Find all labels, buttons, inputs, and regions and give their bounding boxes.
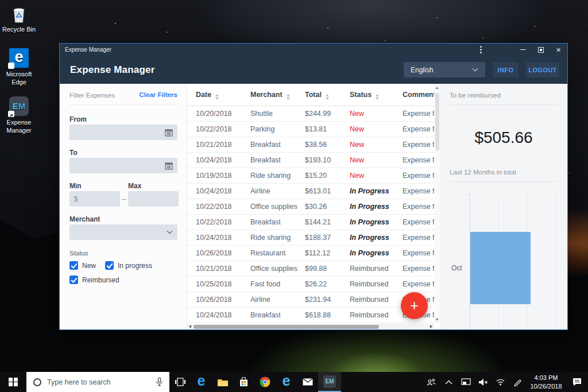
sort-icon[interactable] [376,94,379,100]
table-row[interactable]: 10/24/2018Airline$613.01In ProgressExpen… [187,184,434,199]
vertical-scrollbar-thumb[interactable] [435,93,439,150]
add-expense-button[interactable]: + [401,292,428,319]
table-row[interactable]: 10/24/2018Breakfast$618.88ReimbursedExpe… [187,308,434,323]
table-row[interactable]: 10/26/2018Airline$231.94ReimbursedExpens… [187,292,434,308]
close-button[interactable]: × [550,44,567,56]
expense-manager-taskbar-button[interactable]: EM [318,372,341,392]
show-hidden-icons-button[interactable] [440,372,457,392]
people-button[interactable] [423,372,440,392]
vertical-scrollbar[interactable] [434,84,440,324]
file-explorer-button[interactable] [212,372,233,392]
table-row[interactable]: 10/25/2018Fast food$26.22ReimbursedExpen… [187,277,434,292]
expense-manager-icon: EM [323,375,336,388]
table-row[interactable]: 10/26/2018Restaurant$112.12In ProgressEx… [187,246,434,261]
network-button[interactable] [492,372,509,392]
cell-date: 10/25/2018 [196,277,247,292]
cell-merchant: Ride sharing [250,168,303,183]
horizontal-scrollbar-thumb[interactable] [194,325,379,329]
sort-icon[interactable] [215,94,219,100]
column-header-merchant[interactable]: Merchant [250,84,290,106]
chart-bar[interactable] [470,232,531,304]
range-separator: – [122,195,126,203]
cell-status: In Progress [350,230,400,245]
cell-comment: Expense fr [403,246,434,261]
table-row[interactable]: 10/22/2018Office supplies$30.26In Progre… [187,199,434,215]
scroll-up-arrow-icon[interactable] [435,87,439,89]
sort-icon[interactable] [287,94,290,100]
merchant-dropdown[interactable] [69,224,177,240]
table-row[interactable]: 10/21/2018Breakfast$38.56NewExpense fr [187,137,434,153]
cortana-icon [33,378,41,386]
minimize-button[interactable] [514,44,532,56]
cell-status: Reimbursed [350,277,400,292]
microsoft-store-button[interactable] [233,372,254,392]
min-amount-input[interactable]: $ [69,191,120,207]
table-row[interactable]: 10/19/2018Ride sharing$15.20NewExpense f… [187,168,434,184]
cell-total: $13.81 [305,122,348,137]
table-row[interactable]: 10/24/2018Breakfast$193.10NewExpense fr [187,153,434,168]
task-view-button[interactable] [169,372,191,392]
language-dropdown[interactable]: English [404,62,485,77]
cell-status: New [350,168,400,183]
horizontal-scrollbar[interactable] [187,324,434,329]
chrome-icon [260,377,270,387]
calendar-icon [165,129,173,137]
scroll-down-arrow-icon[interactable] [435,319,439,321]
kebab-menu-icon[interactable] [472,46,490,53]
info-button[interactable]: INFO [493,62,519,77]
cell-comment: Expense fr [403,137,434,152]
status-checkbox-in-progress[interactable]: In progress [105,261,152,270]
checkbox-checked-icon[interactable] [69,261,78,270]
maximize-button[interactable] [532,44,550,56]
internet-explorer-button[interactable]: e [276,372,297,392]
desktop-icon-microsoft-edge[interactable]: e Microsoft Edge [0,48,38,87]
taskbar-search[interactable]: Type here to search [26,372,169,392]
action-center-button[interactable] [566,372,588,392]
checkbox-label: In progress [118,262,152,270]
checkbox-checked-icon[interactable] [105,261,114,270]
cell-merchant: Ride sharing [250,230,303,245]
taskbar-clock[interactable]: 4:03 PM 10/26/2018 [526,374,566,391]
scroll-right-arrow-icon[interactable] [430,325,432,328]
max-amount-input[interactable] [128,191,179,207]
scroll-left-arrow-icon[interactable] [189,325,191,328]
from-date-input[interactable] [69,125,177,140]
column-header-date[interactable]: Date [196,84,219,106]
edge-taskbar-button[interactable]: e [191,372,212,392]
logout-button[interactable]: LOGOUT [526,62,559,77]
clear-filters-link[interactable]: Clear Filters [140,91,177,98]
cell-total: $231.94 [305,292,348,307]
cell-comment: Expense fr [403,230,434,245]
app-header: Expense Manager English INFO LOGOUT [60,56,567,84]
to-date-input[interactable] [69,158,177,173]
cell-merchant: Breakfast [250,308,303,323]
column-header-status[interactable]: Status [350,84,379,106]
window-titlebar[interactable]: Expense Manager × [60,44,567,56]
table-row[interactable]: 10/22/2018Parking$13.81NewExpense fr [187,122,434,137]
cell-date: 10/26/2018 [196,246,247,261]
desktop-icon-recycle-bin[interactable]: Recycle Bin [0,3,38,34]
column-header-total[interactable]: Total [305,84,329,106]
pen-button[interactable] [509,372,526,392]
sort-icon[interactable] [326,94,329,100]
start-button[interactable] [0,372,26,392]
checkbox-checked-icon[interactable] [69,275,78,284]
table-body: 10/20/2018Shuttle$244.99NewExpense fr10/… [187,106,434,324]
display-cast-button[interactable] [457,372,474,392]
table-row[interactable]: 10/21/2018Office supplies$99.88Reimburse… [187,261,434,277]
cell-date: 10/24/2018 [196,230,247,245]
table-row[interactable]: 10/24/2018Ride sharing$188.37In Progress… [187,230,434,246]
table-row[interactable]: 10/22/2018Breakfast$144.21In ProgressExp… [187,215,434,230]
cell-status: New [350,137,400,152]
status-checkbox-new[interactable]: New [69,261,96,270]
volume-button[interactable] [474,372,492,392]
mail-button[interactable] [297,372,318,392]
cell-status: In Progress [350,199,400,214]
desktop-icon-expense-manager[interactable]: EM Expense Manager [0,96,38,135]
status-checkbox-reimbursed[interactable]: Reimbursed [69,275,119,284]
table-row[interactable]: 10/20/2018Shuttle$244.99NewExpense fr [187,106,434,122]
cell-comment: Expense fr [403,277,434,292]
chrome-taskbar-button[interactable] [254,372,276,392]
cell-total: $26.22 [305,277,348,292]
cell-date: 10/24/2018 [196,308,247,323]
